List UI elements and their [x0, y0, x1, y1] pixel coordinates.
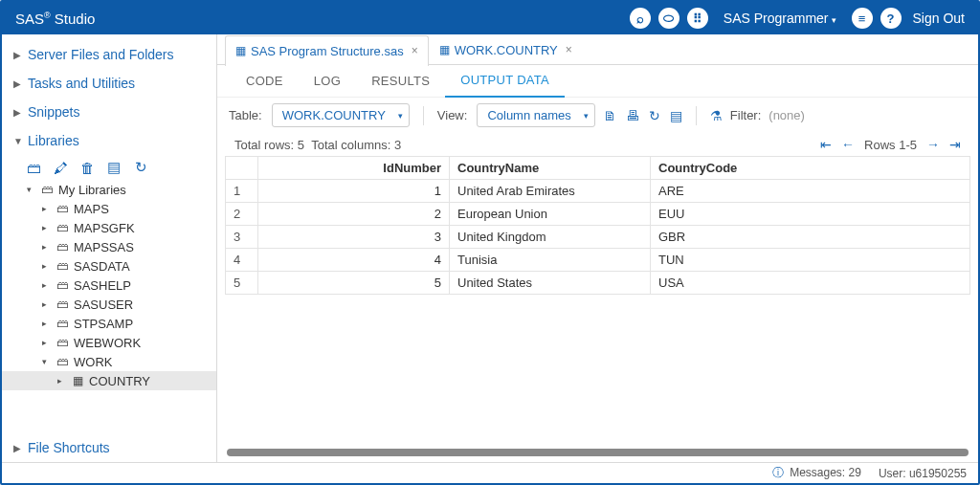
app-header: SAS® Studio ⌕ ⬭ ⠿ SAS Programmer▾ ≡ ? Si… — [2, 2, 978, 34]
program-icon: ▦ — [235, 44, 246, 57]
cell-name: United States — [450, 272, 651, 295]
section-shortcuts[interactable]: ▶File Shortcuts — [2, 433, 216, 462]
table-dropdown[interactable]: WORK.COUNTRY▾ — [272, 103, 410, 127]
table-label: Table: — [229, 108, 262, 122]
tree-item-webwork[interactable]: ▸🗃WEBWORK — [2, 333, 216, 352]
prev-page-icon[interactable]: ← — [841, 137, 855, 152]
apps-icon[interactable]: ⠿ — [687, 8, 708, 29]
refresh-data-icon[interactable]: ↻ — [649, 108, 660, 123]
doctab-country[interactable]: ▦ WORK.COUNTRY × — [429, 34, 583, 65]
tree-my-libraries[interactable]: ▾🗃My Libraries — [2, 180, 216, 199]
open-icon[interactable]: ⬭ — [658, 8, 679, 29]
view-label: View: — [437, 108, 468, 122]
col-countrycode[interactable]: CountryCode — [651, 157, 970, 180]
section-snippets-label: Snippets — [28, 104, 79, 120]
export-icon[interactable]: 🗎 — [603, 108, 616, 123]
user-label: SAS Programmer — [724, 11, 829, 26]
library-group-icon: 🗃 — [39, 183, 55, 196]
last-page-icon[interactable]: ⇥ — [949, 137, 961, 152]
search-icon[interactable]: ⌕ — [630, 8, 651, 29]
tab-output-data[interactable]: OUTPUT DATA — [445, 65, 565, 98]
col-countryname[interactable]: CountryName — [450, 157, 651, 180]
user-menu[interactable]: SAS Programmer▾ — [724, 11, 836, 26]
signout-link[interactable]: Sign Out — [913, 11, 965, 26]
tree-item-sasuser[interactable]: ▸🗃SASUSER — [2, 295, 216, 314]
section-shortcuts-label: File Shortcuts — [28, 440, 110, 455]
library-icon: 🗃 — [55, 336, 70, 349]
filter-icon[interactable]: ⚗ — [710, 108, 723, 123]
tree-item-label: WORK — [74, 355, 112, 369]
data-grid: IdNumber CountryName CountryCode 11Unite… — [225, 156, 970, 441]
table-icon: ▦ — [70, 374, 85, 387]
next-page-icon[interactable]: → — [926, 137, 940, 152]
tree-item-stpsamp[interactable]: ▸🗃STPSAMP — [2, 314, 216, 333]
tab-log[interactable]: LOG — [299, 65, 356, 98]
tree-item-mapssas[interactable]: ▸🗃MAPSSAS — [2, 237, 216, 256]
tree-item-sashelp[interactable]: ▸🗃SASHELP — [2, 276, 216, 295]
messages-count: 29 — [849, 466, 861, 479]
messages-status[interactable]: ⓘ Messages: 29 — [772, 465, 861, 481]
view-tabs: CODE LOG RESULTS OUTPUT DATA — [217, 65, 978, 98]
delete-icon[interactable]: 🗑 — [78, 159, 96, 176]
tree-item-country[interactable]: ▸▦COUNTRY — [2, 371, 216, 390]
print-icon[interactable]: 🖶 — [626, 108, 639, 123]
table-dropdown-value: WORK.COUNTRY — [282, 108, 386, 122]
horizontal-scrollbar[interactable] — [227, 449, 969, 456]
user-status-value: u61950255 — [909, 467, 967, 480]
section-tasks[interactable]: ▶Tasks and Utilities — [2, 69, 216, 98]
edit-library-icon[interactable]: 🖍 — [52, 159, 69, 176]
info-icon: ⓘ — [772, 466, 784, 479]
cell-rownum: 5 — [226, 272, 258, 295]
library-icon: 🗃 — [55, 278, 70, 292]
toolbar-icons: 🗎 🖶 ↻ ▤ — [603, 108, 682, 123]
refresh-icon[interactable]: ↻ — [132, 159, 149, 176]
header-row: IdNumber CountryName CountryCode — [226, 157, 970, 180]
section-snippets[interactable]: ▶Snippets — [2, 98, 216, 126]
new-library-icon[interactable]: 🗃 — [25, 159, 42, 176]
first-page-icon[interactable]: ⇤ — [820, 137, 832, 152]
main-area: ▶Server Files and Folders ▶Tasks and Uti… — [2, 34, 978, 462]
cell-code: EUU — [651, 203, 970, 226]
table-row[interactable]: 55United StatesUSA — [226, 272, 970, 295]
cell-name: Tunisia — [450, 249, 651, 272]
libraries-toolbar: 🗃 🖍 🗑 ▤ ↻ — [2, 155, 216, 180]
tree-item-label: MAPSSAS — [74, 240, 134, 254]
table-row[interactable]: 11United Arab EmiratesARE — [226, 180, 970, 203]
cell-rownum: 3 — [226, 226, 258, 249]
properties-icon[interactable]: ▤ — [105, 159, 122, 176]
table-row[interactable]: 44TunisiaTUN — [226, 249, 970, 272]
cell-rownum: 2 — [226, 203, 258, 226]
tree-item-label: SASUSER — [74, 298, 133, 312]
table-row[interactable]: 22European UnionEUU — [226, 203, 970, 226]
tree-item-mapsgfk[interactable]: ▸🗃MAPSGFK — [2, 218, 216, 237]
tree-item-label: SASDATA — [74, 259, 130, 274]
section-files-label: Server Files and Folders — [28, 47, 174, 62]
close-icon[interactable]: × — [566, 43, 572, 56]
total-rows: Total rows: 5 — [234, 138, 304, 152]
tree-item-maps[interactable]: ▸🗃MAPS — [2, 199, 216, 218]
tree-item-label: STPSAMP — [74, 317, 133, 331]
columns-icon[interactable]: ▤ — [670, 108, 682, 123]
tree-item-work[interactable]: ▾🗃WORK — [2, 352, 216, 371]
section-libraries[interactable]: ▼Libraries — [2, 126, 216, 155]
close-icon[interactable]: × — [412, 44, 418, 57]
tree-item-sasdata[interactable]: ▸🗃SASDATA — [2, 256, 216, 276]
doctab-program[interactable]: ▦ SAS Program Structure.sas × — [225, 35, 429, 66]
more-icon[interactable]: ≡ — [852, 8, 873, 29]
help-icon[interactable]: ? — [880, 8, 902, 29]
divider — [423, 106, 424, 125]
data-info: Total rows: 5 Total columns: 3 ⇤ ← Rows … — [217, 133, 978, 156]
table-row[interactable]: 33United KingdomGBR — [226, 226, 970, 249]
col-idnumber[interactable]: IdNumber — [258, 157, 450, 180]
library-icon: 🗃 — [55, 202, 70, 215]
section-tasks-label: Tasks and Utilities — [28, 76, 135, 91]
tab-results[interactable]: RESULTS — [356, 65, 445, 98]
tab-code[interactable]: CODE — [231, 65, 299, 98]
section-files[interactable]: ▶Server Files and Folders — [2, 40, 216, 69]
col-rownum[interactable] — [226, 157, 258, 180]
cell-name: United Arab Emirates — [450, 180, 651, 203]
view-dropdown[interactable]: Column names▾ — [477, 103, 594, 127]
filter-label: Filter: — [730, 108, 762, 122]
rows-range: Rows 1-5 — [864, 138, 917, 152]
tree-item-label: MAPSGFK — [74, 221, 135, 235]
